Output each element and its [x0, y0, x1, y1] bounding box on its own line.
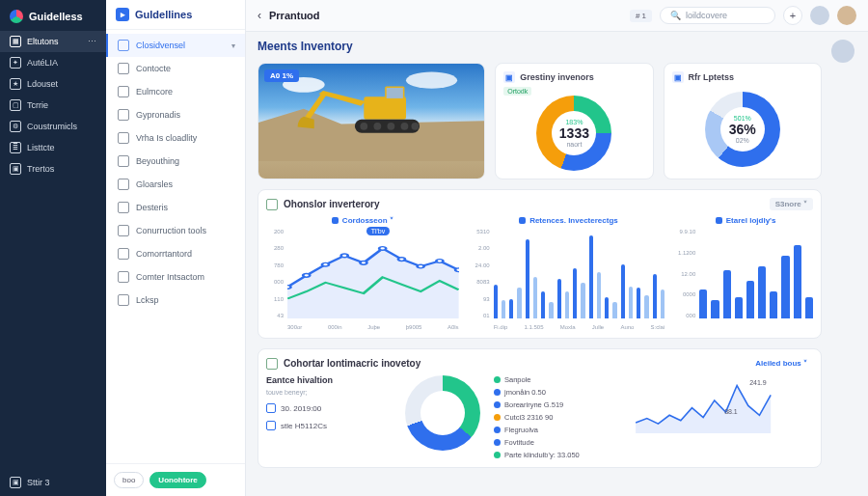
svg-point-16 [360, 261, 366, 264]
sidebar-list: Closidvensel▾ Contocte Eulmcore Gypronad… [106, 30, 245, 463]
doc-icon [118, 271, 129, 283]
list-icon: ≣ [10, 142, 21, 153]
svg-point-6 [360, 123, 367, 130]
tooltip-badge: Tl'bv [366, 227, 391, 235]
sidebar-item[interactable]: Lcksp [106, 289, 245, 312]
svg-point-17 [379, 247, 386, 251]
svg-point-10 [411, 123, 419, 130]
footer-pill[interactable]: boo [114, 472, 144, 488]
panel-icon [266, 358, 278, 370]
add-button[interactable]: + [783, 6, 802, 25]
doc-icon [118, 225, 129, 236]
doc-icon [118, 179, 129, 190]
sidebar-item[interactable]: Beyouthing [106, 150, 245, 173]
doc-icon [118, 109, 129, 121]
footer-pill-primary[interactable]: Uonohtore [149, 472, 205, 488]
svg-point-8 [387, 123, 394, 130]
avatar-2[interactable] [837, 6, 856, 25]
stat-card-rfr: ▣Rfr Lptetss 501%36%02% [664, 63, 822, 179]
svg-point-7 [373, 123, 381, 130]
chevron-down-icon: ▾ [231, 41, 235, 50]
sidebar-item[interactable]: Gloarsles [106, 173, 245, 196]
svg-point-21 [455, 268, 459, 272]
doc-icon [118, 63, 129, 74]
panel-inventory: Ohonslor inverterory S3nore ˅ Cordosseon… [258, 189, 822, 339]
star-icon: ✦ [10, 57, 21, 69]
rail-item-eltutons[interactable]: ▦Eltutons⋯ [0, 31, 106, 52]
doc-icon [118, 86, 129, 97]
avatar-1[interactable] [810, 6, 829, 25]
key-chip: # 1 [630, 10, 652, 22]
svg-point-20 [436, 260, 443, 263]
chart-bar-1: Retences. Invecterectgs 53102.0024.00808… [473, 216, 665, 330]
rail-item-autelia[interactable]: ✦AutéLIA [0, 52, 106, 73]
sidebar-item[interactable]: Desteris [106, 196, 245, 219]
doc-icon [118, 202, 129, 213]
dot-icon [716, 217, 722, 224]
svg-text:88.1: 88.1 [724, 408, 738, 415]
svg-marker-22 [636, 386, 771, 434]
panel-action[interactable]: S3nore ˅ [770, 198, 813, 210]
sidebar-item-closidvensel[interactable]: Closidvensel▾ [106, 34, 245, 57]
gear-icon: ⚙ [10, 121, 21, 132]
sidebar-footer: boo Uonohtore [106, 463, 245, 496]
content: Meents Inventory [246, 32, 868, 496]
sidebar-header: ▸ Guldellines [106, 0, 245, 30]
search-icon: 🔍 [670, 11, 681, 20]
stat-card-grestiny: ▣Grestiny invenors Ortodk 183%1333naort [495, 63, 653, 179]
sidebar-item[interactable]: Comter Intsactom [106, 265, 245, 289]
svg-point-18 [398, 258, 405, 262]
rail-item-tcrrie[interactable]: ▢Tcrrie [0, 95, 106, 116]
grid-icon: ▣ [10, 163, 21, 175]
panel-icon [266, 199, 278, 210]
doc-icon [118, 155, 129, 167]
square-icon: ▢ [10, 99, 21, 111]
rail-item-listtcte[interactable]: ≣Listtcte [0, 137, 106, 158]
topbar: ‹ Prrantuod # 1 🔍loildcovere + [246, 0, 868, 32]
sidebar-item[interactable]: Vrha Is cloadlity [106, 126, 245, 150]
sidebar-item[interactable]: Eulmcore [106, 80, 245, 103]
row-icon [266, 421, 276, 430]
main: ‹ Prrantuod # 1 🔍loildcovere + Meents In… [246, 0, 868, 496]
rail-footer[interactable]: ▣Sttir 3 [0, 469, 106, 496]
avatar-3[interactable] [831, 40, 854, 63]
nav-rail: Guidelless ▦Eltutons⋯ ✦AutéLIA ★Ldouset … [0, 0, 106, 496]
stat-icon: ▣ [503, 71, 515, 83]
search-input[interactable]: 🔍loildcovere [660, 7, 775, 24]
chart-icon [118, 294, 129, 306]
status-badge: Ortodk [503, 87, 531, 96]
panel-cohortar: Cohortar lontimacric inovetoy Aleiled bo… [258, 348, 822, 468]
svg-point-14 [322, 262, 329, 266]
brand-label: Guidelless [29, 11, 83, 22]
sidebar-item[interactable]: Conurruction tools [106, 219, 245, 242]
sidebar-item[interactable]: Comorrtantord [106, 242, 245, 265]
back-button[interactable]: ‹ [258, 9, 261, 22]
sidebar-item[interactable]: Gypronadis [106, 103, 245, 126]
svg-point-19 [418, 264, 424, 268]
sidebar: ▸ Guldellines Closidvensel▾ Contocte Eul… [106, 0, 246, 496]
panel2-donut: 45%Sistir 219' 50 [405, 375, 480, 451]
rail-item-trertos[interactable]: ▣Trertos [0, 158, 106, 179]
hero-tag: A0 1% [264, 69, 299, 82]
svg-point-9 [401, 123, 409, 130]
svg-point-15 [341, 254, 348, 258]
rail-item-ldouset[interactable]: ★Ldouset [0, 73, 106, 95]
dot-icon [332, 217, 339, 224]
hero-image-card: A0 1% [258, 63, 485, 179]
rail-brand: Guidelless [0, 6, 106, 31]
sidebar-item[interactable]: Contocte [106, 57, 245, 80]
stat-icon: ▣ [672, 71, 684, 83]
panel-action[interactable]: Aleiled bous ˅ [749, 357, 813, 370]
svg-text:241.9: 241.9 [749, 379, 767, 386]
svg-rect-4 [387, 88, 403, 98]
brand-logo-icon [10, 10, 23, 23]
sparkline: 241.988.1 [593, 375, 813, 459]
home-icon [118, 40, 129, 51]
more-icon[interactable]: ⋯ [88, 37, 96, 46]
box-icon: ▦ [10, 36, 21, 47]
chart-bar-2: Etarel lojdly's 9.9.101.120012.000000000 [678, 216, 813, 330]
rail-item-coustrumicls[interactable]: ⚙Coustrumicls [0, 116, 106, 137]
doc-icon [118, 248, 129, 260]
svg-point-13 [303, 274, 310, 278]
star-icon: ★ [10, 78, 21, 90]
